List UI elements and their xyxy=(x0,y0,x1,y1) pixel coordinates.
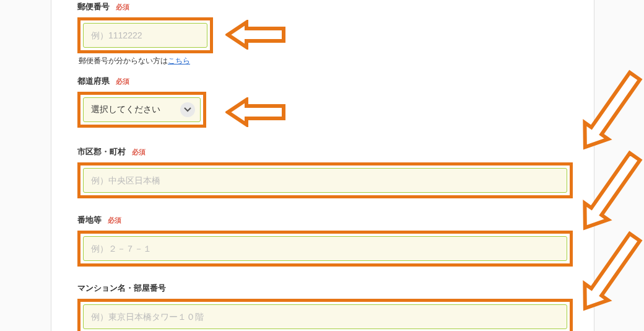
postal-code-label-row: 郵便番号 必須 xyxy=(77,1,213,12)
postal-help-link[interactable]: こちら xyxy=(168,56,190,65)
postal-help-text: 郵便番号が分からない方はこちら xyxy=(79,56,213,66)
building-input[interactable] xyxy=(83,304,567,329)
street-label: 番地等 xyxy=(77,214,102,226)
city-highlight xyxy=(77,162,573,198)
city-label-row: 市区郡・町村 必須 xyxy=(77,146,573,157)
street-highlight xyxy=(77,231,573,267)
postal-code-group: 郵便番号 必須 郵便番号が分からない方はこちら xyxy=(77,1,213,66)
prefecture-label: 都道府県 xyxy=(77,76,110,87)
postal-code-label: 郵便番号 xyxy=(77,1,110,12)
form-panel: 郵便番号 必須 郵便番号が分からない方はこちら 都道府県 必須 選択してください… xyxy=(51,0,594,331)
building-label: マンション名・部屋番号 xyxy=(77,283,166,294)
prefecture-select[interactable]: 選択してください xyxy=(83,97,201,122)
chevron-down-icon xyxy=(180,102,195,117)
prefecture-highlight: 選択してください xyxy=(77,92,206,128)
street-input[interactable] xyxy=(83,236,567,261)
street-group: 番地等 必須 xyxy=(77,214,573,267)
prefecture-select-text: 選択してください xyxy=(91,104,160,115)
required-badge: 必須 xyxy=(116,2,129,12)
prefecture-label-row: 都道府県 必須 xyxy=(77,76,206,87)
city-label: 市区郡・町村 xyxy=(77,146,126,157)
postal-highlight xyxy=(77,17,213,53)
city-input[interactable] xyxy=(83,168,567,193)
postal-help-prefix: 郵便番号が分からない方は xyxy=(79,56,168,65)
required-badge: 必須 xyxy=(132,148,146,157)
city-group: 市区郡・町村 必須 xyxy=(77,146,573,198)
prefecture-group: 都道府県 必須 選択してください xyxy=(77,76,206,128)
building-label-row: マンション名・部屋番号 xyxy=(77,283,573,294)
street-label-row: 番地等 必須 xyxy=(77,214,573,226)
building-highlight xyxy=(77,299,573,331)
required-badge: 必須 xyxy=(108,216,121,225)
postal-code-input[interactable] xyxy=(83,23,207,48)
building-group: マンション名・部屋番号 xyxy=(77,283,573,331)
required-badge: 必須 xyxy=(116,77,129,86)
